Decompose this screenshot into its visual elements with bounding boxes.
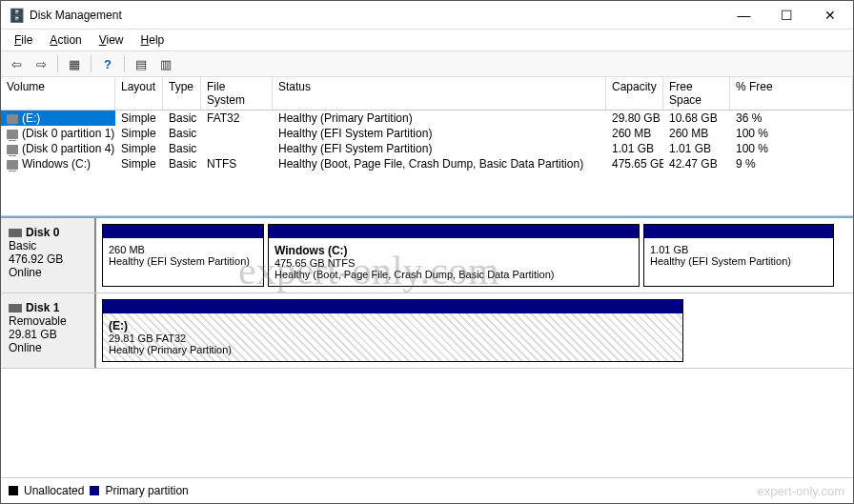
toolbar-separator — [124, 55, 125, 72]
disk-row: Disk 0Basic476.92 GBOnline260 MBHealthy … — [1, 218, 853, 293]
disk-partitions: 260 MBHealthy (EFI System Partition)Wind… — [96, 218, 853, 292]
volume-row[interactable]: Windows (C:)SimpleBasicNTFSHealthy (Boot… — [1, 156, 853, 171]
menu-action[interactable]: Action — [42, 31, 89, 49]
disk-graphical-pane: Disk 0Basic476.92 GBOnline260 MBHealthy … — [1, 216, 853, 477]
view-bottom-button[interactable]: ▥ — [154, 53, 177, 74]
drive-icon — [7, 114, 18, 124]
toolbar-separator — [91, 55, 92, 72]
partition-bar — [103, 225, 263, 238]
menu-view[interactable]: View — [92, 31, 132, 49]
volume-table: Volume Layout Type File System Status Ca… — [1, 77, 853, 216]
volume-table-body: (E:)SimpleBasicFAT32Healthy (Primary Par… — [1, 111, 853, 215]
disk-header[interactable]: Disk 0Basic476.92 GBOnline — [1, 218, 96, 292]
legend-primary-label: Primary partition — [105, 484, 188, 497]
toolbar: ⇦ ⇨ ▦ ? ▤ ▥ — [1, 50, 853, 77]
menu-file[interactable]: File — [7, 31, 40, 49]
app-icon: 🗄️ — [9, 8, 24, 23]
col-status[interactable]: Status — [273, 77, 606, 110]
disk-row: Disk 1Removable29.81 GBOnline(E:)29.81 G… — [1, 293, 853, 369]
col-percentfree[interactable]: % Free — [730, 77, 853, 110]
partition[interactable]: (E:)29.81 GB FAT32Healthy (Primary Parti… — [102, 299, 683, 362]
volume-row[interactable]: (E:)SimpleBasicFAT32Healthy (Primary Par… — [1, 111, 853, 126]
col-filesystem[interactable]: File System — [201, 77, 273, 110]
disk-partitions: (E:)29.81 GB FAT32Healthy (Primary Parti… — [96, 293, 853, 368]
view-top-button[interactable]: ▤ — [130, 53, 152, 74]
forward-button[interactable]: ⇨ — [30, 53, 52, 74]
title-bar: 🗄️ Disk Management — ☐ ✕ — [1, 1, 853, 30]
partition[interactable]: 1.01 GBHealthy (EFI System Partition) — [643, 224, 834, 287]
legend-unallocated-label: Unallocated — [24, 484, 84, 497]
drive-icon — [7, 145, 18, 154]
disk-header[interactable]: Disk 1Removable29.81 GBOnline — [1, 293, 96, 368]
volume-table-header: Volume Layout Type File System Status Ca… — [1, 77, 853, 111]
volume-row[interactable]: (Disk 0 partition 1)SimpleBasicHealthy (… — [1, 126, 853, 141]
partition-bar — [103, 300, 682, 313]
col-volume[interactable]: Volume — [1, 77, 115, 110]
toolbar-separator — [57, 55, 58, 72]
drive-icon — [7, 130, 18, 139]
partition[interactable]: Windows (C:)475.65 GB NTFSHealthy (Boot,… — [268, 224, 640, 287]
partition-bar — [644, 225, 833, 238]
partition[interactable]: 260 MBHealthy (EFI System Partition) — [102, 224, 264, 287]
window-title: Disk Management — [30, 9, 722, 22]
menu-bar: File Action View Help — [1, 30, 853, 50]
legend-unallocated-swatch — [9, 486, 18, 495]
help-button[interactable]: ? — [96, 53, 119, 74]
maximize-button[interactable]: ☐ — [765, 1, 808, 30]
col-type[interactable]: Type — [163, 77, 201, 110]
show-hide-console-tree-button[interactable]: ▦ — [63, 53, 86, 74]
close-button[interactable]: ✕ — [808, 1, 851, 30]
col-freespace[interactable]: Free Space — [663, 77, 730, 110]
back-button[interactable]: ⇦ — [5, 53, 28, 74]
drive-icon — [7, 160, 18, 170]
legend: Unallocated Primary partition — [1, 477, 853, 503]
menu-help[interactable]: Help — [133, 31, 173, 49]
legend-primary-swatch — [90, 486, 99, 495]
partition-bar — [269, 225, 639, 238]
volume-row[interactable]: (Disk 0 partition 4)SimpleBasicHealthy (… — [1, 141, 853, 156]
disk-icon — [9, 304, 22, 312]
disk-icon — [9, 229, 22, 237]
col-capacity[interactable]: Capacity — [606, 77, 663, 110]
minimize-button[interactable]: — — [722, 1, 765, 30]
col-layout[interactable]: Layout — [115, 77, 163, 110]
